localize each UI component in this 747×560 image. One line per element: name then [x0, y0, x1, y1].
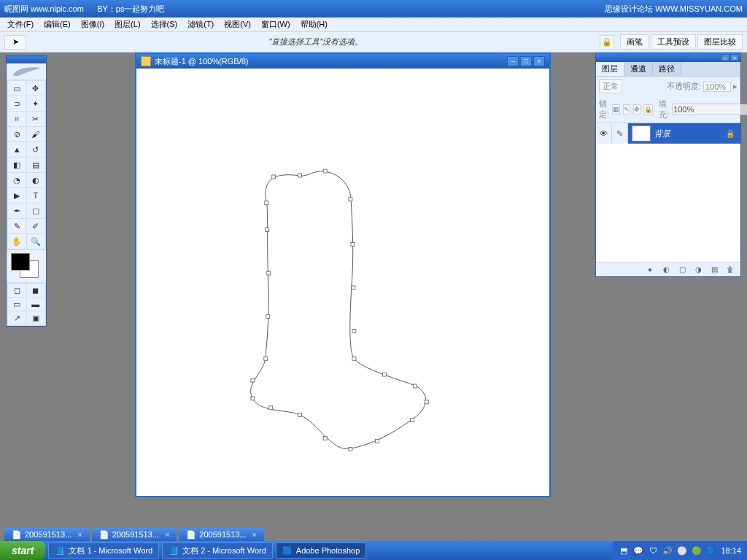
tool-stamp[interactable]: ▲ — [8, 142, 26, 157]
menu-filter[interactable]: 滤镜(T) — [183, 18, 218, 31]
layer-set-icon[interactable]: ▢ — [676, 265, 688, 275]
tool-history[interactable]: ↺ — [27, 142, 45, 157]
opacity-input[interactable] — [703, 82, 731, 92]
menu-edit[interactable]: 编辑(E) — [39, 18, 75, 31]
well-tab-layercomp[interactable]: 图层比较 — [697, 34, 743, 50]
tool-blur[interactable]: ◔ — [8, 173, 26, 187]
lock-paint[interactable]: ✎ — [623, 104, 630, 114]
file-tab[interactable]: 📄 200591513...× — [179, 528, 264, 541]
menu-image[interactable]: 图像(I) — [77, 18, 109, 31]
doc-maximize[interactable]: □ — [520, 56, 532, 66]
tool-preset-picker[interactable]: ➤ — [4, 35, 26, 50]
layer-name[interactable]: 背景 — [654, 128, 726, 139]
layer-list[interactable]: 👁 ✎ 背景 🔒 — [596, 123, 740, 262]
tool-type[interactable]: T — [27, 188, 45, 203]
quickmask-on[interactable]: ◼ — [27, 284, 45, 297]
menu-window[interactable]: 窗口(W) — [257, 18, 295, 31]
tray-icon[interactable]: 🔊 — [662, 545, 673, 556]
close-icon[interactable]: × — [77, 530, 82, 539]
tool-slice[interactable]: ✂ — [27, 112, 45, 126]
menu-select[interactable]: 选择(S) — [147, 18, 182, 31]
tab-layers[interactable]: 图层 — [596, 62, 624, 76]
clock[interactable]: 18:14 — [721, 546, 741, 555]
taskbar-item[interactable]: 📘 文档 1 - Microsoft Word — [48, 542, 159, 559]
panel-minimize[interactable]: – — [721, 54, 729, 61]
tool-brush[interactable]: 🖌 — [27, 127, 45, 141]
options-message: "直接选择工具"没有选项。 — [32, 36, 600, 47]
menu-file[interactable]: 文件(F) — [3, 18, 38, 31]
menu-layer[interactable]: 图层(L) — [110, 18, 144, 31]
tray-icon[interactable]: ⬒ — [619, 545, 629, 556]
lock-move[interactable]: ✥ — [633, 104, 640, 114]
tool-lasso[interactable]: ⊃ — [8, 96, 26, 111]
jump-to[interactable]: ↗ — [8, 311, 26, 324]
tray-icon[interactable]: 🟢 — [692, 545, 702, 556]
tool-path-select[interactable]: ▶ — [8, 188, 26, 203]
layer-row[interactable]: 👁 ✎ 背景 🔒 — [596, 123, 740, 144]
layer-mask-icon[interactable]: ◐ — [660, 265, 672, 275]
svg-rect-5 — [352, 286, 355, 289]
tool-wand[interactable]: ✦ — [27, 96, 45, 111]
screenmode-std[interactable]: ▭ — [8, 298, 26, 311]
tool-move[interactable]: ✥ — [27, 81, 45, 96]
visibility-toggle[interactable]: 👁 — [596, 123, 612, 144]
well-tab-brush[interactable]: 画笔 — [620, 34, 649, 50]
system-tray[interactable]: ⬒ 💬 🛡 🔊 ⚪ 🟢 🔵 18:14 — [613, 541, 747, 560]
lock-transparent[interactable]: ▦ — [612, 104, 620, 114]
adjustment-layer-icon[interactable]: ◑ — [692, 265, 704, 275]
delete-layer-icon[interactable]: 🗑 — [724, 265, 736, 275]
new-layer-icon[interactable]: ▤ — [708, 265, 720, 275]
tray-icon[interactable]: ⚪ — [677, 545, 687, 556]
tool-eraser[interactable]: ◧ — [8, 158, 26, 172]
tool-dodge[interactable]: ◐ — [27, 173, 45, 187]
file-tab[interactable]: 📄 200591513...× — [92, 528, 177, 541]
tab-paths[interactable]: 路径 — [653, 62, 681, 76]
doc-close[interactable]: × — [533, 56, 545, 66]
tool-crop[interactable]: ⌗ — [8, 112, 26, 126]
tool-eyedrop[interactable]: ✐ — [27, 219, 45, 233]
link-toggle[interactable]: ✎ — [612, 123, 628, 144]
opacity-flyout-icon[interactable]: ▸ — [733, 82, 738, 91]
layer-thumbnail[interactable] — [632, 125, 651, 141]
taskbar-item[interactable]: 🟦 Adobe Photoshop — [276, 542, 366, 559]
menu-help[interactable]: 帮助(H) — [296, 18, 332, 31]
tool-hand[interactable]: ✋ — [8, 234, 26, 249]
svg-rect-1 — [298, 174, 301, 177]
blend-mode-select[interactable]: 正常 — [599, 79, 622, 93]
quickmask-off[interactable]: ◻ — [8, 284, 26, 297]
screenmode-max[interactable]: ▣ — [27, 311, 45, 324]
tray-icon[interactable]: 💬 — [633, 545, 643, 556]
layer-style-icon[interactable]: ● — [644, 265, 656, 275]
close-icon[interactable]: × — [165, 530, 169, 539]
close-icon[interactable]: × — [252, 530, 257, 539]
toolbox-titlebar[interactable] — [7, 56, 46, 63]
canvas[interactable] — [136, 69, 549, 496]
tool-gradient[interactable]: ▤ — [27, 158, 45, 172]
tool-pen[interactable]: ✒ — [8, 203, 26, 218]
well-tab-toolpreset[interactable]: 工具预设 — [651, 34, 696, 50]
tool-heal[interactable]: ⊘ — [8, 127, 26, 141]
svg-rect-11 — [410, 419, 414, 422]
file-tab[interactable]: 📄 200591513...× — [4, 528, 90, 541]
document-titlebar[interactable]: 未标题-1 @ 100%(RGB/8) – □ × — [136, 54, 549, 69]
tool-zoom[interactable]: 🔍 — [27, 234, 45, 249]
fill-input[interactable] — [672, 104, 747, 115]
screenmode-full[interactable]: ▬ — [27, 298, 45, 311]
tray-icon[interactable]: 🔵 — [706, 545, 716, 556]
start-button[interactable]: start — [0, 541, 45, 560]
doc-minimize[interactable]: – — [507, 56, 519, 66]
layer-lock-icon: 🔒 — [726, 130, 740, 138]
tool-shape[interactable]: ▢ — [27, 203, 45, 218]
panel-close[interactable]: × — [730, 54, 739, 61]
tool-notes[interactable]: ✎ — [8, 219, 26, 233]
menu-view[interactable]: 视图(V) — [220, 18, 255, 31]
palette-well-icon[interactable]: 🔒 — [600, 35, 614, 50]
foreground-color[interactable] — [11, 253, 30, 271]
taskbar-item[interactable]: 📘 文档 2 - Microsoft Word — [162, 542, 273, 559]
tray-icon[interactable]: 🛡 — [648, 545, 658, 556]
color-swatches[interactable] — [7, 250, 46, 282]
tool-marquee[interactable]: ▭ — [8, 81, 26, 96]
opacity-label: 不透明度: — [667, 81, 701, 92]
lock-all[interactable]: 🔒 — [643, 104, 653, 114]
tab-channels[interactable]: 通道 — [624, 62, 653, 76]
